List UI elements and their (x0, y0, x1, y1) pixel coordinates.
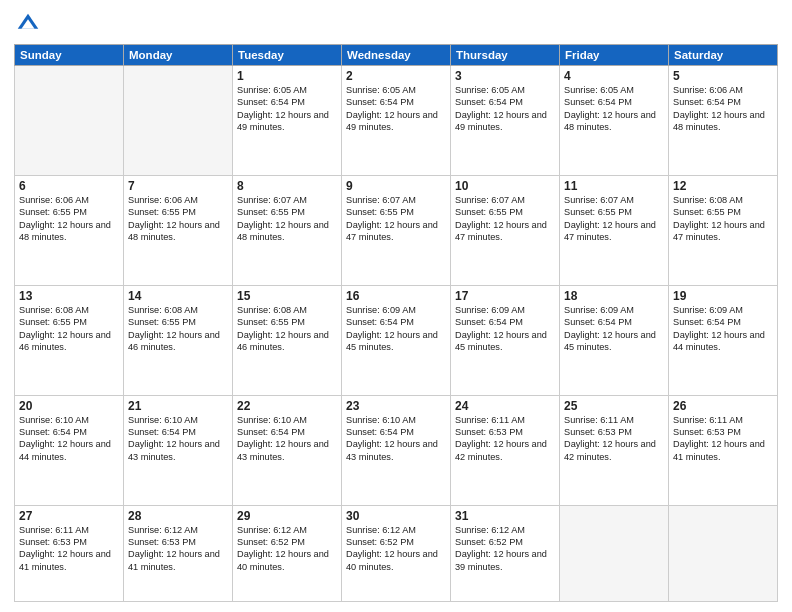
cell-details: Sunrise: 6:11 AMSunset: 6:53 PMDaylight:… (455, 415, 547, 462)
cell-details: Sunrise: 6:06 AMSunset: 6:55 PMDaylight:… (19, 195, 111, 242)
calendar-table: SundayMondayTuesdayWednesdayThursdayFrid… (14, 44, 778, 602)
calendar-week-row: 6 Sunrise: 6:06 AMSunset: 6:55 PMDayligh… (15, 175, 778, 285)
calendar-week-row: 20 Sunrise: 6:10 AMSunset: 6:54 PMDaylig… (15, 395, 778, 505)
calendar-cell: 6 Sunrise: 6:06 AMSunset: 6:55 PMDayligh… (15, 175, 124, 285)
calendar-cell: 20 Sunrise: 6:10 AMSunset: 6:54 PMDaylig… (15, 395, 124, 505)
cell-details: Sunrise: 6:09 AMSunset: 6:54 PMDaylight:… (673, 305, 765, 352)
day-number: 2 (346, 69, 446, 83)
day-number: 11 (564, 179, 664, 193)
cell-details: Sunrise: 6:05 AMSunset: 6:54 PMDaylight:… (455, 85, 547, 132)
day-number: 23 (346, 399, 446, 413)
calendar-day-header: Wednesday (342, 45, 451, 66)
cell-details: Sunrise: 6:12 AMSunset: 6:53 PMDaylight:… (128, 525, 220, 572)
calendar-cell: 27 Sunrise: 6:11 AMSunset: 6:53 PMDaylig… (15, 505, 124, 602)
cell-details: Sunrise: 6:08 AMSunset: 6:55 PMDaylight:… (128, 305, 220, 352)
cell-details: Sunrise: 6:06 AMSunset: 6:55 PMDaylight:… (128, 195, 220, 242)
day-number: 31 (455, 509, 555, 523)
calendar-cell: 2 Sunrise: 6:05 AMSunset: 6:54 PMDayligh… (342, 66, 451, 176)
calendar-day-header: Thursday (451, 45, 560, 66)
day-number: 3 (455, 69, 555, 83)
calendar-cell: 15 Sunrise: 6:08 AMSunset: 6:55 PMDaylig… (233, 285, 342, 395)
header (14, 10, 778, 38)
calendar-day-header: Tuesday (233, 45, 342, 66)
logo-icon (14, 10, 42, 38)
logo (14, 10, 46, 38)
cell-details: Sunrise: 6:07 AMSunset: 6:55 PMDaylight:… (564, 195, 656, 242)
calendar-cell: 7 Sunrise: 6:06 AMSunset: 6:55 PMDayligh… (124, 175, 233, 285)
calendar-cell: 12 Sunrise: 6:08 AMSunset: 6:55 PMDaylig… (669, 175, 778, 285)
day-number: 22 (237, 399, 337, 413)
cell-details: Sunrise: 6:08 AMSunset: 6:55 PMDaylight:… (19, 305, 111, 352)
calendar-cell (124, 66, 233, 176)
day-number: 15 (237, 289, 337, 303)
cell-details: Sunrise: 6:05 AMSunset: 6:54 PMDaylight:… (346, 85, 438, 132)
calendar-header-row: SundayMondayTuesdayWednesdayThursdayFrid… (15, 45, 778, 66)
cell-details: Sunrise: 6:11 AMSunset: 6:53 PMDaylight:… (673, 415, 765, 462)
day-number: 8 (237, 179, 337, 193)
calendar-week-row: 1 Sunrise: 6:05 AMSunset: 6:54 PMDayligh… (15, 66, 778, 176)
cell-details: Sunrise: 6:07 AMSunset: 6:55 PMDaylight:… (455, 195, 547, 242)
calendar-cell: 1 Sunrise: 6:05 AMSunset: 6:54 PMDayligh… (233, 66, 342, 176)
calendar-cell: 31 Sunrise: 6:12 AMSunset: 6:52 PMDaylig… (451, 505, 560, 602)
calendar-cell: 8 Sunrise: 6:07 AMSunset: 6:55 PMDayligh… (233, 175, 342, 285)
day-number: 7 (128, 179, 228, 193)
cell-details: Sunrise: 6:10 AMSunset: 6:54 PMDaylight:… (128, 415, 220, 462)
cell-details: Sunrise: 6:08 AMSunset: 6:55 PMDaylight:… (673, 195, 765, 242)
cell-details: Sunrise: 6:10 AMSunset: 6:54 PMDaylight:… (346, 415, 438, 462)
day-number: 4 (564, 69, 664, 83)
calendar-day-header: Saturday (669, 45, 778, 66)
cell-details: Sunrise: 6:05 AMSunset: 6:54 PMDaylight:… (564, 85, 656, 132)
calendar-cell: 30 Sunrise: 6:12 AMSunset: 6:52 PMDaylig… (342, 505, 451, 602)
day-number: 20 (19, 399, 119, 413)
day-number: 5 (673, 69, 773, 83)
calendar-cell (669, 505, 778, 602)
day-number: 19 (673, 289, 773, 303)
calendar-cell: 11 Sunrise: 6:07 AMSunset: 6:55 PMDaylig… (560, 175, 669, 285)
cell-details: Sunrise: 6:11 AMSunset: 6:53 PMDaylight:… (564, 415, 656, 462)
calendar-cell: 21 Sunrise: 6:10 AMSunset: 6:54 PMDaylig… (124, 395, 233, 505)
day-number: 16 (346, 289, 446, 303)
cell-details: Sunrise: 6:05 AMSunset: 6:54 PMDaylight:… (237, 85, 329, 132)
day-number: 28 (128, 509, 228, 523)
day-number: 6 (19, 179, 119, 193)
calendar-day-header: Monday (124, 45, 233, 66)
calendar-cell: 5 Sunrise: 6:06 AMSunset: 6:54 PMDayligh… (669, 66, 778, 176)
cell-details: Sunrise: 6:12 AMSunset: 6:52 PMDaylight:… (455, 525, 547, 572)
day-number: 21 (128, 399, 228, 413)
calendar-cell (560, 505, 669, 602)
cell-details: Sunrise: 6:07 AMSunset: 6:55 PMDaylight:… (237, 195, 329, 242)
calendar-cell: 13 Sunrise: 6:08 AMSunset: 6:55 PMDaylig… (15, 285, 124, 395)
day-number: 24 (455, 399, 555, 413)
day-number: 29 (237, 509, 337, 523)
day-number: 26 (673, 399, 773, 413)
cell-details: Sunrise: 6:12 AMSunset: 6:52 PMDaylight:… (237, 525, 329, 572)
calendar-cell: 28 Sunrise: 6:12 AMSunset: 6:53 PMDaylig… (124, 505, 233, 602)
calendar-cell: 9 Sunrise: 6:07 AMSunset: 6:55 PMDayligh… (342, 175, 451, 285)
day-number: 10 (455, 179, 555, 193)
calendar-cell: 22 Sunrise: 6:10 AMSunset: 6:54 PMDaylig… (233, 395, 342, 505)
cell-details: Sunrise: 6:09 AMSunset: 6:54 PMDaylight:… (564, 305, 656, 352)
cell-details: Sunrise: 6:07 AMSunset: 6:55 PMDaylight:… (346, 195, 438, 242)
cell-details: Sunrise: 6:10 AMSunset: 6:54 PMDaylight:… (237, 415, 329, 462)
calendar-day-header: Sunday (15, 45, 124, 66)
cell-details: Sunrise: 6:12 AMSunset: 6:52 PMDaylight:… (346, 525, 438, 572)
day-number: 9 (346, 179, 446, 193)
calendar-cell: 10 Sunrise: 6:07 AMSunset: 6:55 PMDaylig… (451, 175, 560, 285)
calendar-cell: 3 Sunrise: 6:05 AMSunset: 6:54 PMDayligh… (451, 66, 560, 176)
calendar-cell: 29 Sunrise: 6:12 AMSunset: 6:52 PMDaylig… (233, 505, 342, 602)
cell-details: Sunrise: 6:11 AMSunset: 6:53 PMDaylight:… (19, 525, 111, 572)
calendar-cell (15, 66, 124, 176)
cell-details: Sunrise: 6:09 AMSunset: 6:54 PMDaylight:… (346, 305, 438, 352)
calendar-cell: 26 Sunrise: 6:11 AMSunset: 6:53 PMDaylig… (669, 395, 778, 505)
calendar-cell: 24 Sunrise: 6:11 AMSunset: 6:53 PMDaylig… (451, 395, 560, 505)
calendar-cell: 14 Sunrise: 6:08 AMSunset: 6:55 PMDaylig… (124, 285, 233, 395)
page: SundayMondayTuesdayWednesdayThursdayFrid… (0, 0, 792, 612)
calendar-cell: 17 Sunrise: 6:09 AMSunset: 6:54 PMDaylig… (451, 285, 560, 395)
day-number: 25 (564, 399, 664, 413)
calendar-cell: 18 Sunrise: 6:09 AMSunset: 6:54 PMDaylig… (560, 285, 669, 395)
day-number: 18 (564, 289, 664, 303)
day-number: 13 (19, 289, 119, 303)
calendar-cell: 23 Sunrise: 6:10 AMSunset: 6:54 PMDaylig… (342, 395, 451, 505)
cell-details: Sunrise: 6:08 AMSunset: 6:55 PMDaylight:… (237, 305, 329, 352)
day-number: 12 (673, 179, 773, 193)
